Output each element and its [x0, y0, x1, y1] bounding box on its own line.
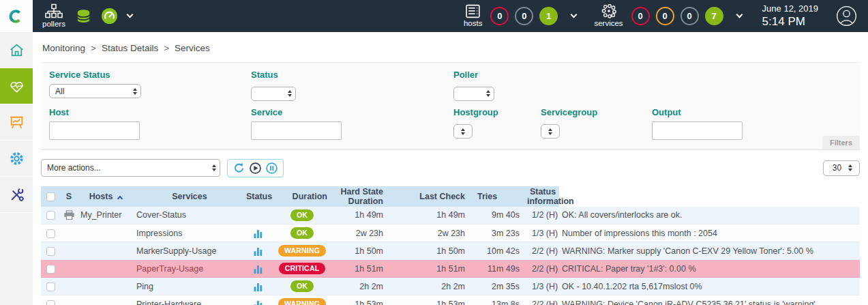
duration-cell: 1h 51m: [334, 260, 390, 278]
sidebar-item-home[interactable]: [0, 32, 33, 68]
duration-cell: 2w 23h: [334, 224, 390, 242]
breadcrumb-item[interactable]: Monitoring: [42, 43, 85, 53]
services-counter-1[interactable]: 0: [656, 7, 674, 25]
select-spinner-icon: [461, 128, 465, 135]
hosts-icon: [465, 4, 481, 18]
column-header-s[interactable]: S: [60, 186, 78, 207]
gauge-icon[interactable]: [102, 8, 117, 24]
services-menu[interactable]: services: [594, 4, 623, 28]
user-avatar-icon[interactable]: [836, 5, 857, 27]
service-table-body: My_PrinterCover-StatusOK1h 49m1h 49m9m 4…: [41, 207, 860, 305]
column-header-label: Status: [246, 192, 272, 201]
column-header-status-information[interactable]: Status information: [526, 186, 559, 207]
graph-icon[interactable]: [254, 282, 263, 291]
hosts-counters: 001: [490, 7, 558, 25]
last-check-cell: 13m 8s: [472, 295, 526, 305]
row-checkbox[interactable]: [46, 211, 55, 220]
poller-select[interactable]: [453, 87, 494, 101]
printer-icon: [63, 210, 75, 220]
pollers-menu[interactable]: pollers: [42, 3, 65, 29]
refresh-icon[interactable]: [233, 162, 245, 174]
status-badge: WARNING: [278, 298, 326, 305]
gear-icon: [8, 150, 25, 167]
filter-servicegroup: Servicegroup: [541, 106, 652, 140]
database-icon[interactable]: [76, 8, 91, 24]
status-select[interactable]: [251, 87, 296, 101]
filter-output: Output: [652, 106, 852, 140]
status-label: Status: [251, 70, 453, 80]
column-header-tries[interactable]: Tries: [472, 186, 526, 207]
service-status-select[interactable]: All: [49, 84, 141, 98]
hard-state-duration-cell: 1h 51m: [390, 260, 472, 278]
services-counter-2[interactable]: 0: [680, 7, 699, 25]
hosts-counter-2[interactable]: 1: [539, 7, 558, 25]
service-name-link[interactable]: Printer-Hardware: [136, 300, 201, 305]
graph-icon[interactable]: [254, 300, 263, 305]
state-icon-cell: [60, 207, 78, 224]
column-header-services[interactable]: Services: [134, 186, 245, 207]
column-header-hard-state-duration[interactable]: Hard State Duration: [334, 186, 390, 207]
servicegroup-select[interactable]: [541, 124, 560, 139]
pause-icon[interactable]: [266, 162, 278, 174]
output-input[interactable]: [652, 121, 743, 140]
hostgroup-select[interactable]: [453, 124, 473, 139]
more-actions-select[interactable]: More actions...: [41, 159, 220, 177]
tries-cell: 1/2 (H): [526, 207, 559, 224]
duration-cell: 2h 2m: [334, 278, 390, 295]
select-all-checkbox[interactable]: [46, 192, 55, 201]
host-label: Host: [49, 107, 251, 117]
services-counter-0[interactable]: 0: [631, 7, 650, 25]
services-counter-3[interactable]: 7: [705, 7, 723, 25]
service-name-link[interactable]: Cover-Status: [136, 210, 186, 220]
column-header-label: Duration: [293, 192, 327, 201]
filter-hostgroup: Hostgroup: [453, 106, 541, 140]
select-spinner-icon: [288, 90, 292, 97]
column-header-label: Tries: [477, 192, 497, 201]
column-header-label: Last Check: [419, 192, 465, 201]
filter-poller: Poller: [453, 68, 852, 101]
service-name-link[interactable]: Impressions: [136, 229, 182, 238]
hosts-counter-1[interactable]: 0: [515, 7, 533, 25]
chevron-down-icon[interactable]: [571, 12, 578, 18]
host-input[interactable]: [49, 121, 140, 140]
breadcrumb-item[interactable]: Services: [175, 43, 210, 53]
sidebar-item-monitoring[interactable]: [0, 68, 33, 104]
sidebar-item-reporting[interactable]: [0, 104, 33, 141]
filter-panel: Service Status All Status Poller: [41, 62, 860, 150]
sidebar-item-administration[interactable]: [0, 177, 33, 213]
graph-icon[interactable]: [254, 247, 263, 256]
row-checkbox[interactable]: [46, 229, 55, 238]
column-header-hosts[interactable]: Hosts: [78, 186, 134, 207]
service-name-link[interactable]: MarkerSupply-Usage: [136, 246, 216, 256]
service-name-link[interactable]: Ping: [136, 282, 153, 291]
hosts-counter-0[interactable]: 0: [490, 7, 509, 25]
table-header-row: SHostsServicesStatusDurationHard State D…: [41, 186, 860, 207]
chevron-down-icon[interactable]: [126, 12, 133, 18]
filters-panel-tag[interactable]: Filters: [822, 136, 860, 149]
page-size-select[interactable]: 30: [823, 160, 860, 176]
hard-state-duration-cell: 1h 53m: [390, 295, 472, 305]
hosts-menu[interactable]: hosts: [464, 4, 483, 28]
select-spinner-icon: [212, 164, 216, 171]
service-input[interactable]: [251, 121, 342, 140]
row-checkbox[interactable]: [46, 265, 55, 274]
play-icon[interactable]: [250, 162, 261, 174]
graph-icon[interactable]: [254, 229, 263, 238]
column-header-duration[interactable]: Duration: [270, 186, 334, 207]
service-name-link[interactable]: PaperTray-Usage: [136, 264, 203, 274]
graph-icon[interactable]: [254, 265, 263, 274]
sidebar-item-configuration[interactable]: [0, 141, 33, 177]
column-header-last-check[interactable]: Last Check: [390, 186, 472, 207]
breadcrumb-item[interactable]: Status Details: [102, 43, 158, 53]
state-icon-cell: [60, 278, 78, 295]
centreon-logo[interactable]: [0, 0, 33, 32]
chevron-down-icon[interactable]: [736, 12, 743, 18]
host-name-link[interactable]: My_Printer: [80, 210, 121, 220]
state-icon-cell: [60, 242, 78, 260]
row-checkbox[interactable]: [46, 247, 55, 256]
row-checkbox[interactable]: [46, 282, 55, 291]
presentation-chart-icon: [8, 114, 25, 131]
pollers-icon: [45, 3, 63, 19]
row-checkbox[interactable]: [46, 300, 55, 305]
column-header-status[interactable]: Status: [245, 186, 270, 207]
